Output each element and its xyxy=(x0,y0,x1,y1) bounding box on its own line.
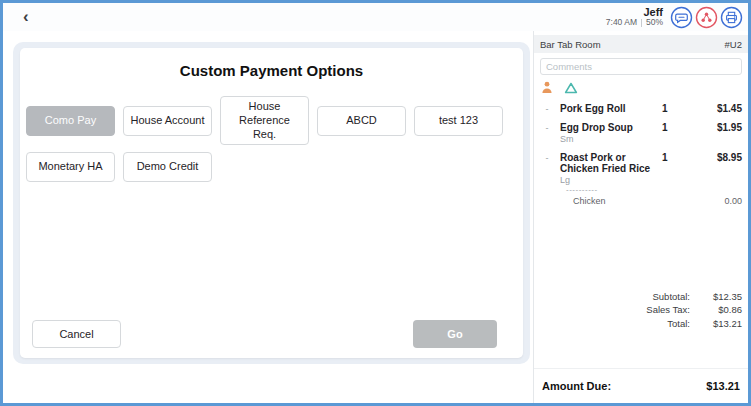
person-icon[interactable] xyxy=(541,81,553,94)
total-row: Sales Tax: $0.86 xyxy=(534,303,742,317)
payment-options: Como PayHouse AccountHouse Reference Req… xyxy=(26,96,517,182)
amount-due-bar: Amount Due: $13.21 xyxy=(534,368,748,403)
order-panel: Bar Tab Room #U2 - Pork Egg Roll 1 $1.45 xyxy=(533,31,748,403)
payment-option-house-account[interactable]: House Account xyxy=(123,106,212,136)
top-bar: ‹ Jeff 7:40 AM 50% xyxy=(3,3,748,31)
ticket-header: Bar Tab Room #U2 xyxy=(534,35,748,53)
payment-options-card: Custom Payment Options Como PayHouse Acc… xyxy=(20,48,523,358)
item-price: $1.95 xyxy=(692,122,742,133)
ticket-id: #U2 xyxy=(725,39,742,50)
modifier-name: Chicken xyxy=(573,196,724,206)
item-name: Pork Egg Roll xyxy=(560,103,662,114)
page-body: Custom Payment Options Como PayHouse Acc… xyxy=(3,31,748,403)
total-label: Subtotal: xyxy=(600,290,690,304)
total-value: $0.86 xyxy=(690,303,742,317)
item-bullet: - xyxy=(534,104,560,114)
total-label: Sales Tax: xyxy=(600,303,690,317)
clock-time: 7:40 AM xyxy=(606,18,637,27)
topbar-icons xyxy=(670,6,743,29)
go-button[interactable]: Go xyxy=(413,320,497,348)
order-item[interactable]: - Pork Egg Roll 1 $1.45 xyxy=(534,103,748,114)
item-price: $1.45 xyxy=(692,103,742,114)
network-icon[interactable] xyxy=(695,6,718,29)
item-name: Roast Pork or Chicken Fried Rice xyxy=(560,152,662,174)
order-item[interactable]: - Roast Pork or Chicken Fried Rice 1 $8.… xyxy=(534,152,748,206)
item-size: Lg xyxy=(560,175,748,185)
app-window: ‹ Jeff 7:40 AM 50% xyxy=(0,0,751,406)
item-price: $8.95 xyxy=(692,152,742,163)
modal-footer: Cancel Go xyxy=(26,320,517,348)
seat-icons-row xyxy=(534,78,748,101)
user-block: Jeff 7:40 AM 50% xyxy=(606,6,663,27)
totals-block: Subtotal: $12.35 Sales Tax: $0.86 Total:… xyxy=(534,290,748,331)
tent-icon[interactable] xyxy=(564,82,578,94)
payment-option-abcd[interactable]: ABCD xyxy=(317,106,406,136)
total-row: Subtotal: $12.35 xyxy=(534,290,742,304)
item-qty: 1 xyxy=(662,122,692,133)
payment-option-como-pay[interactable]: Como Pay xyxy=(26,106,115,136)
cancel-button[interactable]: Cancel xyxy=(32,320,121,348)
amount-due-label: Amount Due: xyxy=(542,380,611,392)
item-qty: 1 xyxy=(662,152,692,163)
modal-backdrop: Custom Payment Options Como PayHouse Acc… xyxy=(13,42,530,364)
item-qty: 1 xyxy=(662,103,692,114)
user-meta: 7:40 AM 50% xyxy=(606,18,663,27)
modal-title: Custom Payment Options xyxy=(26,62,517,79)
total-value: $12.35 xyxy=(690,290,742,304)
amount-due-value: $13.21 xyxy=(706,380,740,392)
item-bullet: - xyxy=(534,123,560,133)
back-button[interactable]: ‹ xyxy=(23,8,29,25)
item-bullet: - xyxy=(534,153,560,163)
total-label: Total: xyxy=(600,317,690,331)
item-size: Sm xyxy=(560,134,748,144)
print-icon[interactable] xyxy=(720,6,743,29)
item-name: Egg Drop Soup xyxy=(560,122,662,133)
payment-option-test-123[interactable]: test 123 xyxy=(414,106,503,136)
comments-input[interactable] xyxy=(540,58,742,75)
order-items: - Pork Egg Roll 1 $1.45 - Egg Drop Soup … xyxy=(534,101,748,290)
modifier-separator: ---------- xyxy=(566,187,748,193)
battery-level: 50% xyxy=(646,18,663,27)
modifier-price: 0.00 xyxy=(724,196,742,206)
order-item[interactable]: - Egg Drop Soup 1 $1.95 Sm xyxy=(534,122,748,144)
payment-option-monetary-ha[interactable]: Monetary HA xyxy=(26,152,115,182)
payment-option-house-reference-req[interactable]: House Reference Req. xyxy=(220,96,309,145)
total-row: Total: $13.21 xyxy=(534,317,742,331)
payment-area: Custom Payment Options Como PayHouse Acc… xyxy=(3,31,533,403)
chat-icon[interactable] xyxy=(670,6,693,29)
total-value: $13.21 xyxy=(690,317,742,331)
room-name: Bar Tab Room xyxy=(540,39,601,50)
item-modifiers: ---------- Chicken 0.00 xyxy=(534,187,748,206)
meta-separator xyxy=(641,19,642,27)
modifier-row: Chicken 0.00 xyxy=(573,196,748,206)
payment-option-demo-credit[interactable]: Demo Credit xyxy=(123,152,212,182)
